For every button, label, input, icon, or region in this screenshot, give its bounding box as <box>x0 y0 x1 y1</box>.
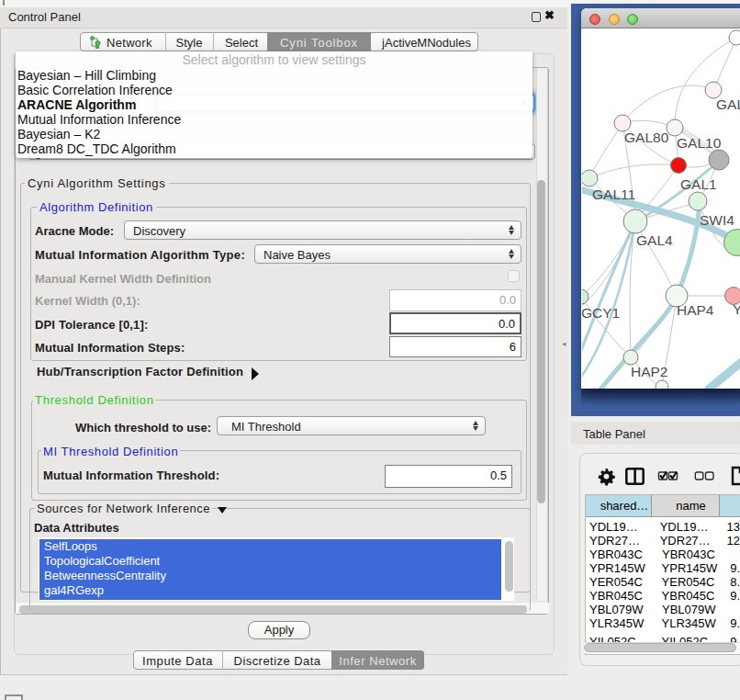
svg-text:GAL: GAL <box>716 96 740 112</box>
svg-text:GAL1: GAL1 <box>680 176 717 192</box>
svg-text:Y: Y <box>733 301 740 317</box>
svg-text:HAP4: HAP4 <box>677 302 714 318</box>
svg-text:GAL80: GAL80 <box>624 130 669 145</box>
svg-text:GAL11: GAL11 <box>592 186 635 202</box>
svg-text:GAL10: GAL10 <box>677 135 722 151</box>
svg-text:SWI4: SWI4 <box>700 212 734 228</box>
svg-text:GAL4: GAL4 <box>636 232 673 248</box>
svg-text:HAP2: HAP2 <box>631 364 668 379</box>
svg-text:GCY1: GCY1 <box>582 305 620 321</box>
